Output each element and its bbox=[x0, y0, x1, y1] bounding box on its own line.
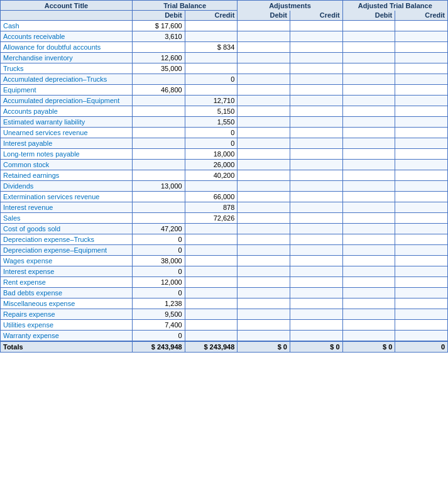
adj2_credit-cell bbox=[395, 170, 448, 181]
table-row: Unearned services revenue0 bbox=[1, 128, 448, 138]
debit-cell: 1,238 bbox=[133, 298, 185, 309]
debit-cell bbox=[133, 96, 185, 106]
adj2_credit-cell bbox=[395, 288, 448, 298]
adj2_debit-cell bbox=[342, 117, 395, 128]
table-row: Accounts payable5,150 bbox=[1, 106, 448, 117]
totals-row: Totals$ 243,948$ 243,948$ 0$ 0$ 00 bbox=[1, 341, 448, 353]
adj_debit-cell bbox=[238, 74, 290, 85]
credit-cell: 0 bbox=[185, 128, 238, 138]
table-row: Cash$ 17,600 bbox=[1, 21, 448, 31]
table-row: Miscellaneous expense1,238 bbox=[1, 298, 448, 309]
table-row: Merchandise inventory12,600 bbox=[1, 53, 448, 63]
adj2_credit-cell bbox=[395, 74, 448, 85]
totals-value-2: $ 0 bbox=[238, 341, 290, 353]
adj2_credit-cell bbox=[395, 309, 448, 320]
credit-cell: 26,000 bbox=[185, 160, 238, 170]
credit-cell: 878 bbox=[185, 202, 238, 213]
adj_credit-cell bbox=[290, 160, 342, 170]
debit-cell: 9,500 bbox=[133, 309, 185, 320]
account-name-cell: Unearned services revenue bbox=[1, 128, 133, 138]
account-name-cell: Depreciation expense–Equipment bbox=[1, 245, 133, 256]
totals-value-3: $ 0 bbox=[290, 341, 342, 353]
account-name-cell: Miscellaneous expense bbox=[1, 298, 133, 309]
credit-header-3: Credit bbox=[395, 11, 448, 21]
adj_debit-cell bbox=[238, 192, 290, 202]
adj_credit-cell bbox=[290, 117, 342, 128]
table-row: Repairs expense9,500 bbox=[1, 309, 448, 320]
debit-cell: 13,000 bbox=[133, 181, 185, 192]
adj_credit-cell bbox=[290, 85, 342, 96]
debit-cell bbox=[133, 170, 185, 181]
adj2_debit-cell bbox=[342, 298, 395, 309]
adj2_debit-cell bbox=[342, 160, 395, 170]
adj2_debit-cell bbox=[342, 128, 395, 138]
account-name-cell: Retained earnings bbox=[1, 170, 133, 181]
debit-header-2: Debit bbox=[238, 11, 290, 21]
adj_debit-cell bbox=[238, 31, 290, 42]
adj2_debit-cell bbox=[342, 331, 395, 342]
credit-header-2: Credit bbox=[290, 11, 342, 21]
adj_credit-cell bbox=[290, 245, 342, 256]
adj2_debit-cell bbox=[342, 170, 395, 181]
adj2_debit-cell bbox=[342, 21, 395, 31]
credit-cell bbox=[185, 63, 238, 74]
debit-cell bbox=[133, 74, 185, 85]
adj2_credit-cell bbox=[395, 31, 448, 42]
adj_debit-cell bbox=[238, 85, 290, 96]
adj2_credit-cell bbox=[395, 85, 448, 96]
adj2_debit-cell bbox=[342, 224, 395, 234]
credit-cell bbox=[185, 181, 238, 192]
table-row: Interest payable0 bbox=[1, 138, 448, 149]
adj2_debit-cell bbox=[342, 309, 395, 320]
adj2_debit-cell bbox=[342, 234, 395, 245]
adj2_credit-cell bbox=[395, 138, 448, 149]
adj_debit-cell bbox=[238, 128, 290, 138]
adj2_credit-cell bbox=[395, 181, 448, 192]
table-row: Accumulated depreciation–Trucks0 bbox=[1, 74, 448, 85]
credit-cell bbox=[185, 298, 238, 309]
credit-cell: 66,000 bbox=[185, 192, 238, 202]
adj2_credit-cell bbox=[395, 224, 448, 234]
adj2_credit-cell bbox=[395, 128, 448, 138]
adj_credit-cell bbox=[290, 288, 342, 298]
adj2_credit-cell bbox=[395, 256, 448, 266]
credit-cell bbox=[185, 53, 238, 63]
adj2_debit-cell bbox=[342, 288, 395, 298]
table-row: Warranty expense0 bbox=[1, 331, 448, 342]
adj_credit-cell bbox=[290, 63, 342, 74]
debit-cell: 0 bbox=[133, 234, 185, 245]
adj2_credit-cell bbox=[395, 320, 448, 331]
adj_debit-cell bbox=[238, 266, 290, 277]
table-row: Trucks35,000 bbox=[1, 63, 448, 74]
adj2_credit-cell bbox=[395, 160, 448, 170]
adj_credit-cell bbox=[290, 53, 342, 63]
account-name-cell: Utilities expense bbox=[1, 320, 133, 331]
credit-cell bbox=[185, 21, 238, 31]
adj_credit-cell bbox=[290, 74, 342, 85]
adj2_debit-cell bbox=[342, 202, 395, 213]
debit-cell bbox=[133, 138, 185, 149]
worksheet-table: Account Title Trial Balance Adjustments … bbox=[0, 0, 448, 353]
header-row-top: Account Title Trial Balance Adjustments … bbox=[1, 1, 448, 11]
adj_credit-cell bbox=[290, 42, 342, 53]
debit-cell: 0 bbox=[133, 331, 185, 342]
adjustments-header: Adjustments bbox=[238, 1, 342, 11]
adj_credit-cell bbox=[290, 309, 342, 320]
adj2_debit-cell bbox=[342, 320, 395, 331]
header-row-bottom: Debit Credit Debit Credit Debit Credit bbox=[1, 11, 448, 21]
adj2_credit-cell bbox=[395, 106, 448, 117]
debit-cell: 35,000 bbox=[133, 63, 185, 74]
trial-balance-header: Trial Balance bbox=[133, 1, 238, 11]
account-name-cell: Cost of goods sold bbox=[1, 224, 133, 234]
table-row: Estimated warranty liability1,550 bbox=[1, 117, 448, 128]
table-row: Equipment46,800 bbox=[1, 85, 448, 96]
adj2_credit-cell bbox=[395, 21, 448, 31]
adj_debit-cell bbox=[238, 160, 290, 170]
credit-cell: 72,626 bbox=[185, 213, 238, 224]
credit-cell bbox=[185, 309, 238, 320]
account-name-cell: Estimated warranty liability bbox=[1, 117, 133, 128]
credit-cell: 12,710 bbox=[185, 96, 238, 106]
debit-cell: 7,400 bbox=[133, 320, 185, 331]
credit-cell bbox=[185, 31, 238, 42]
adj_credit-cell bbox=[290, 96, 342, 106]
